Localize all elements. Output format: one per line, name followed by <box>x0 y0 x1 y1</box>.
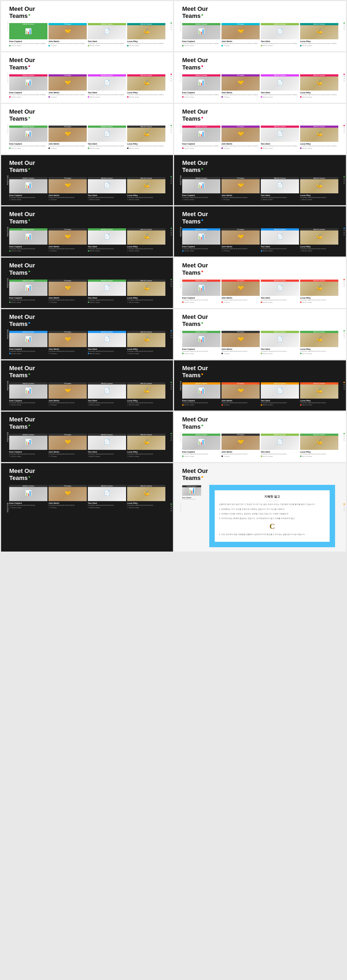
team-card-19: Festive Meet OurTeams 100,511 Content 📊 … <box>1 463 173 552</box>
member-card: 100,511 Content 📊 Evan Copland Consectet… <box>182 126 220 150</box>
main-grid: Festive Meet OurTeams 100,511 Content 📊 … <box>0 0 347 553</box>
member-card: 100,511 Content 📊 Evan Copland Consectet… <box>182 382 220 406</box>
team-card-20: Festive Meet OurTeams 100,511 Content 📊 … <box>174 463 346 552</box>
member-card: 773 teams 🤝 John Martin Consectetur adip… <box>221 126 260 150</box>
member-card: 482,411 Content ✍️ Lucas Riley Consectet… <box>300 280 338 304</box>
side-nav-16[interactable] <box>344 382 345 390</box>
member-card: 773 teams 🤝 John Martin Consectetur adip… <box>221 280 260 304</box>
side-nav-4[interactable] <box>344 73 345 81</box>
member-name: Lucas Riley <box>127 40 166 42</box>
member-card: 773 teams 🤝 John Martin Consectetur adip… <box>49 126 87 150</box>
member-card: 890,512 Content 📄 Tara Glant Consectetur… <box>261 382 299 406</box>
member-card: 890,512 Content 📄 Tara Glant Consectetur… <box>88 228 126 253</box>
team-card-8: Festive Meet OurTeams 100,511 Content 📊 … <box>174 155 346 205</box>
popup-title: 지혜한 알고 <box>219 495 325 499</box>
side-nav-17[interactable] <box>170 433 172 441</box>
member-card: 890,512 Content 📄 Tara Glant Consectetur… <box>88 331 126 355</box>
member-card: 890,512 Content 📄 Tara Glant Consectetur… <box>88 382 126 406</box>
member-card: 100,511 Content 📊 Evan Copland Consectet… <box>9 331 48 355</box>
member-card: 890,512 Content 📄 Tara Glant Consectetur… <box>88 74 126 99</box>
team-card-10: Festive Meet OurTeams 100,511 Content 📊 … <box>174 206 346 256</box>
card-title-1: Meet OurTeams <box>9 5 166 20</box>
popup-overlay: 지혜한 알고 심형하며 얼어 있어 살아가며 그 무심히 지나처 가는 일상 속… <box>209 485 335 547</box>
member-desc: Consectetur adipiscing elit sed do eiusm… <box>9 43 48 45</box>
team-card-1: Festive Meet OurTeams 100,511 Content 📊 … <box>1 1 173 51</box>
side-nav-6[interactable] <box>344 125 345 133</box>
vertical-label-2: Festive <box>180 21 181 31</box>
member-card: 773 teams 🤝 John Martin Consectetur adip… <box>221 177 260 201</box>
member-card: 890,512 Content 📄 Tara Glant Consectetur… <box>261 23 299 47</box>
member-desc: Consectetur adipiscing elit sed do eiusm… <box>49 43 87 45</box>
member-card: 890,512 Content 📄 Tara Glant Consectetur… <box>261 74 299 99</box>
side-nav-8[interactable] <box>344 176 345 184</box>
side-nav-12[interactable] <box>344 279 345 287</box>
popup-text-2: 1. 첫번째로는 자기 자신을 진정으로 이해하는 일입니다. 자기 자신을 사… <box>219 508 325 511</box>
side-nav-9[interactable] <box>170 228 172 235</box>
side-nav-7[interactable] <box>170 176 172 184</box>
member-card: 773 teams 🤝 John Martin Consectetur adip… <box>49 228 87 253</box>
member-card: 482,411 Content ✍️ Lucas Riley Consectet… <box>127 331 166 355</box>
member-card: 100,511 Content 📊 Evan Copland Consectet… <box>9 228 48 253</box>
side-nav-11[interactable] <box>170 279 172 287</box>
side-nav-18[interactable] <box>344 433 345 441</box>
member-card: 482,411 Content ✍️ Lucas Riley Consectet… <box>300 177 338 201</box>
member-card: 100,511 Content 📊 Evan Copland Consectet… <box>9 126 48 150</box>
member-card: 482,411 Content ✍️ Lucas Riley Consectet… <box>127 382 166 406</box>
member-card: 100,511 Content 📊 Evan Copland Consectet… <box>182 434 220 458</box>
member-card: 100,511 Content 📊 Evan Copland Consectet… <box>9 177 48 201</box>
member-card: 482,411 Content ✍️ Lucas Riley Consectet… <box>300 228 338 253</box>
member-name: Tara Glant <box>88 40 126 42</box>
team-card-18: Festive Meet OurTeams 100,511 Content 📊 … <box>174 412 346 462</box>
team-card-5: Festive Meet OurTeams 100,511 Content 📊 … <box>1 104 173 154</box>
member-card: 890,512 Content 📄 Tara Glant Consectetur… <box>261 228 299 253</box>
side-nav-3[interactable] <box>170 73 172 81</box>
team-card-16: Festive Meet OurTeams 100,511 Content 📊 … <box>174 360 346 410</box>
member-card-4: 482,411 Content ✍️ Lucas Riley Consectet… <box>127 23 166 47</box>
member-card: 890,512 Content 📄 Tara Glant Consectetur… <box>261 177 299 201</box>
team-card-12: Festive Meet OurTeams 100,511 Content 📊 … <box>174 258 346 308</box>
team-card-3: Festive Meet OurTeams 100,511 Content 📊 … <box>1 52 173 102</box>
member-card: 773 teams 🤝 John Martin Consectetur adip… <box>221 74 260 99</box>
member-card: 773 teams 🤝 John Martin Consectetur adip… <box>49 434 87 458</box>
member-card-2: 773 teams 🤝 John Martin Consectetur adip… <box>49 23 87 47</box>
popup-initial: C <box>219 522 325 531</box>
member-card: 890,512 Content 📄 Tara Glant Consectetur… <box>88 485 126 509</box>
side-nav-19[interactable] <box>170 503 172 511</box>
side-nav-20[interactable] <box>344 503 345 511</box>
member-card: 482,411 Content ✍️ Lucas Riley Consectet… <box>300 126 338 150</box>
member-card: 100,511 Content 📊 Evan Copland Consectet… <box>182 177 220 201</box>
popup-text-1: 심형하며 얼어 있어 살아가며 그 무심히 지나처 가는 일상 속에서 우리는 … <box>219 503 325 506</box>
member-card: 100,511 Content 📊 Evan Copland Consectet… <box>9 434 48 458</box>
member-card: 482,411 Content ✍️ Lucas Riley Consectet… <box>300 74 338 99</box>
side-nav-15[interactable] <box>170 382 172 390</box>
member-card: 773 teams 🤝 John Martin Consectetur adip… <box>49 382 87 406</box>
side-nav-5[interactable] <box>170 125 172 133</box>
member-card: 773 teams 🤝 John Martin Consectetur adip… <box>221 228 260 253</box>
popup-text-4: 3. 마지막으로는 현재에 충실하는 것입니다. 과거에 얽매이지 말고 미래를… <box>219 517 325 520</box>
team-card-15: Festive Meet OurTeams 100,511 Content 📊 … <box>1 360 173 410</box>
member-name: John Martin <box>49 40 87 42</box>
member-card: 100,511 Content 📊 Evan Copland Consectet… <box>9 485 48 509</box>
side-nav-13[interactable] <box>170 330 172 338</box>
member-card: 890,512 Content 📄 Tara Glant Consectetur… <box>88 126 126 150</box>
member-card-1: 100,511 Content 📊 Evan Copland Consectet… <box>9 23 48 47</box>
popup-box: 지혜한 알고 심형하며 얼어 있어 살아가며 그 무심히 지나처 가는 일상 속… <box>215 490 329 542</box>
side-nav-14[interactable] <box>344 330 345 338</box>
side-nav-1[interactable] <box>170 22 172 30</box>
member-card: 482,411 Content ✍️ Lucas Riley Consectet… <box>127 228 166 253</box>
member-card: 100,511 Content 📊 Evan Copland Consectet… <box>182 228 220 253</box>
team-card-6: Festive Meet OurTeams 100,511 Content 📊 … <box>174 104 346 154</box>
member-card: 482,411 Content ✍️ Lucas Riley Consectet… <box>127 177 166 201</box>
side-nav-2[interactable] <box>344 22 345 30</box>
member-card: 773 teams 🤝 John Martin Consectetur adip… <box>49 177 87 201</box>
member-card: 890,512 Content 📄 Tara Glant Consectetur… <box>261 434 299 458</box>
member-card-3: 890,512 Content 📄 Tara Glant Consectetur… <box>88 23 126 47</box>
member-card: 773 teams 🤝 John Martin Consectetur adip… <box>221 434 260 458</box>
member-desc: Consectetur adipiscing elit sed do eiusm… <box>127 43 166 45</box>
member-desc: Consectetur adipiscing elit sed do eiusm… <box>88 43 126 45</box>
side-nav-10[interactable] <box>344 228 345 235</box>
member-card: 482,411 Content ✍️ Lucas Riley Consectet… <box>300 331 338 355</box>
members-row-1: 100,511 Content 📊 Evan Copland Consectet… <box>9 23 166 47</box>
member-card: 482,411 Content ✍️ Lucas Riley Consectet… <box>127 74 166 99</box>
member-card: 890,512 Content 📄 Tara Glant Consectetur… <box>88 177 126 201</box>
